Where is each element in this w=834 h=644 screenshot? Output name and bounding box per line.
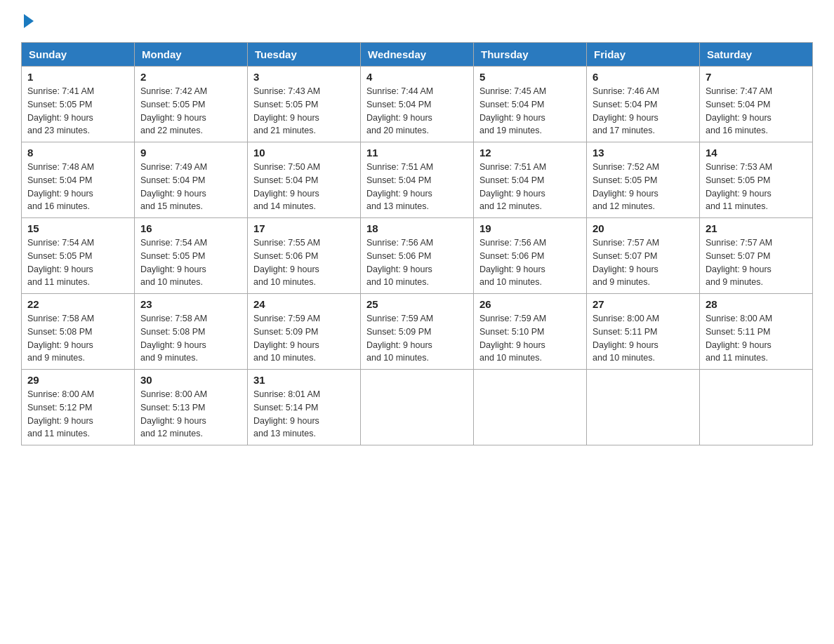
day-number: 3 bbox=[253, 71, 355, 83]
calendar-cell: 8 Sunrise: 7:48 AM Sunset: 5:04 PM Dayli… bbox=[22, 142, 135, 218]
day-info: Sunrise: 8:00 AM Sunset: 5:13 PM Dayligh… bbox=[140, 388, 241, 441]
day-of-week-header: Thursday bbox=[474, 43, 587, 67]
calendar-header-row: SundayMondayTuesdayWednesdayThursdayFrid… bbox=[22, 43, 813, 67]
day-info: Sunrise: 7:42 AM Sunset: 5:05 PM Dayligh… bbox=[140, 85, 241, 137]
calendar-cell bbox=[361, 370, 474, 445]
calendar-cell: 14 Sunrise: 7:53 AM Sunset: 5:05 PM Dayl… bbox=[700, 142, 813, 218]
calendar-cell: 15 Sunrise: 7:54 AM Sunset: 5:05 PM Dayl… bbox=[22, 218, 135, 294]
day-of-week-header: Sunday bbox=[22, 43, 135, 67]
day-info: Sunrise: 8:01 AM Sunset: 5:14 PM Dayligh… bbox=[253, 388, 355, 441]
calendar-cell: 7 Sunrise: 7:47 AM Sunset: 5:04 PM Dayli… bbox=[700, 67, 813, 142]
calendar-cell: 13 Sunrise: 7:52 AM Sunset: 5:05 PM Dayl… bbox=[587, 142, 700, 218]
calendar-week-row: 8 Sunrise: 7:48 AM Sunset: 5:04 PM Dayli… bbox=[22, 142, 813, 218]
day-number: 5 bbox=[479, 71, 581, 83]
day-of-week-header: Saturday bbox=[700, 43, 813, 67]
day-info: Sunrise: 7:56 AM Sunset: 5:06 PM Dayligh… bbox=[479, 236, 581, 289]
day-number: 14 bbox=[706, 147, 807, 159]
day-info: Sunrise: 7:47 AM Sunset: 5:04 PM Dayligh… bbox=[706, 85, 807, 137]
day-number: 7 bbox=[706, 71, 807, 83]
day-info: Sunrise: 7:50 AM Sunset: 5:04 PM Dayligh… bbox=[253, 161, 355, 213]
day-of-week-header: Tuesday bbox=[248, 43, 361, 67]
calendar-week-row: 29 Sunrise: 8:00 AM Sunset: 5:12 PM Dayl… bbox=[22, 370, 813, 445]
day-info: Sunrise: 7:56 AM Sunset: 5:06 PM Dayligh… bbox=[366, 236, 468, 289]
day-info: Sunrise: 7:51 AM Sunset: 5:04 PM Dayligh… bbox=[366, 161, 468, 213]
day-number: 12 bbox=[479, 147, 581, 159]
calendar-cell: 5 Sunrise: 7:45 AM Sunset: 5:04 PM Dayli… bbox=[474, 67, 587, 142]
day-info: Sunrise: 7:54 AM Sunset: 5:05 PM Dayligh… bbox=[27, 236, 128, 289]
day-info: Sunrise: 7:55 AM Sunset: 5:06 PM Dayligh… bbox=[253, 236, 355, 289]
day-number: 27 bbox=[593, 298, 694, 310]
calendar-cell bbox=[700, 370, 813, 445]
day-number: 8 bbox=[27, 147, 128, 159]
day-info: Sunrise: 8:00 AM Sunset: 5:11 PM Dayligh… bbox=[593, 312, 694, 365]
calendar-cell: 25 Sunrise: 7:59 AM Sunset: 5:09 PM Dayl… bbox=[361, 294, 474, 370]
day-info: Sunrise: 7:57 AM Sunset: 5:07 PM Dayligh… bbox=[593, 236, 694, 289]
day-number: 22 bbox=[27, 298, 128, 310]
day-number: 10 bbox=[253, 147, 355, 159]
day-of-week-header: Wednesday bbox=[361, 43, 474, 67]
calendar-table: SundayMondayTuesdayWednesdayThursdayFrid… bbox=[21, 42, 813, 445]
calendar-cell: 31 Sunrise: 8:01 AM Sunset: 5:14 PM Dayl… bbox=[248, 370, 361, 445]
day-info: Sunrise: 7:52 AM Sunset: 5:05 PM Dayligh… bbox=[593, 161, 694, 213]
day-info: Sunrise: 7:59 AM Sunset: 5:10 PM Dayligh… bbox=[479, 312, 581, 365]
day-info: Sunrise: 7:44 AM Sunset: 5:04 PM Dayligh… bbox=[366, 85, 468, 137]
calendar-cell: 4 Sunrise: 7:44 AM Sunset: 5:04 PM Dayli… bbox=[361, 67, 474, 142]
calendar-cell: 23 Sunrise: 7:58 AM Sunset: 5:08 PM Dayl… bbox=[135, 294, 248, 370]
logo-arrow-icon bbox=[24, 14, 34, 28]
calendar-cell: 27 Sunrise: 8:00 AM Sunset: 5:11 PM Dayl… bbox=[587, 294, 700, 370]
calendar-cell: 1 Sunrise: 7:41 AM Sunset: 5:05 PM Dayli… bbox=[22, 67, 135, 142]
day-number: 6 bbox=[593, 71, 694, 83]
day-number: 21 bbox=[706, 222, 807, 234]
day-number: 23 bbox=[140, 298, 241, 310]
day-info: Sunrise: 8:00 AM Sunset: 5:11 PM Dayligh… bbox=[706, 312, 807, 365]
day-info: Sunrise: 8:00 AM Sunset: 5:12 PM Dayligh… bbox=[27, 388, 128, 441]
calendar-cell: 9 Sunrise: 7:49 AM Sunset: 5:04 PM Dayli… bbox=[135, 142, 248, 218]
day-info: Sunrise: 7:58 AM Sunset: 5:08 PM Dayligh… bbox=[140, 312, 241, 365]
calendar-cell: 26 Sunrise: 7:59 AM Sunset: 5:10 PM Dayl… bbox=[474, 294, 587, 370]
calendar-week-row: 15 Sunrise: 7:54 AM Sunset: 5:05 PM Dayl… bbox=[22, 218, 813, 294]
calendar-week-row: 1 Sunrise: 7:41 AM Sunset: 5:05 PM Dayli… bbox=[22, 67, 813, 142]
day-info: Sunrise: 7:46 AM Sunset: 5:04 PM Dayligh… bbox=[593, 85, 694, 137]
calendar-cell: 24 Sunrise: 7:59 AM Sunset: 5:09 PM Dayl… bbox=[248, 294, 361, 370]
calendar-cell: 12 Sunrise: 7:51 AM Sunset: 5:04 PM Dayl… bbox=[474, 142, 587, 218]
day-number: 26 bbox=[479, 298, 581, 310]
calendar-cell: 17 Sunrise: 7:55 AM Sunset: 5:06 PM Dayl… bbox=[248, 218, 361, 294]
day-info: Sunrise: 7:58 AM Sunset: 5:08 PM Dayligh… bbox=[27, 312, 128, 365]
calendar-week-row: 22 Sunrise: 7:58 AM Sunset: 5:08 PM Dayl… bbox=[22, 294, 813, 370]
calendar-cell bbox=[474, 370, 587, 445]
calendar-cell: 19 Sunrise: 7:56 AM Sunset: 5:06 PM Dayl… bbox=[474, 218, 587, 294]
day-info: Sunrise: 7:43 AM Sunset: 5:05 PM Dayligh… bbox=[253, 85, 355, 137]
calendar-cell: 6 Sunrise: 7:46 AM Sunset: 5:04 PM Dayli… bbox=[587, 67, 700, 142]
day-number: 19 bbox=[479, 222, 581, 234]
calendar-cell: 16 Sunrise: 7:54 AM Sunset: 5:05 PM Dayl… bbox=[135, 218, 248, 294]
day-number: 29 bbox=[27, 374, 128, 386]
day-info: Sunrise: 7:45 AM Sunset: 5:04 PM Dayligh… bbox=[479, 85, 581, 137]
day-number: 9 bbox=[140, 147, 241, 159]
day-number: 20 bbox=[593, 222, 694, 234]
day-number: 1 bbox=[27, 71, 128, 83]
calendar-cell: 21 Sunrise: 7:57 AM Sunset: 5:07 PM Dayl… bbox=[700, 218, 813, 294]
calendar-cell bbox=[587, 370, 700, 445]
day-info: Sunrise: 7:59 AM Sunset: 5:09 PM Dayligh… bbox=[253, 312, 355, 365]
day-number: 17 bbox=[253, 222, 355, 234]
calendar-cell: 22 Sunrise: 7:58 AM Sunset: 5:08 PM Dayl… bbox=[22, 294, 135, 370]
day-info: Sunrise: 7:59 AM Sunset: 5:09 PM Dayligh… bbox=[366, 312, 468, 365]
calendar-cell: 3 Sunrise: 7:43 AM Sunset: 5:05 PM Dayli… bbox=[248, 67, 361, 142]
day-info: Sunrise: 7:53 AM Sunset: 5:05 PM Dayligh… bbox=[706, 161, 807, 213]
day-number: 25 bbox=[366, 298, 468, 310]
day-info: Sunrise: 7:48 AM Sunset: 5:04 PM Dayligh… bbox=[27, 161, 128, 213]
day-info: Sunrise: 7:49 AM Sunset: 5:04 PM Dayligh… bbox=[140, 161, 241, 213]
calendar-cell: 28 Sunrise: 8:00 AM Sunset: 5:11 PM Dayl… bbox=[700, 294, 813, 370]
calendar-cell: 29 Sunrise: 8:00 AM Sunset: 5:12 PM Dayl… bbox=[22, 370, 135, 445]
calendar-cell: 10 Sunrise: 7:50 AM Sunset: 5:04 PM Dayl… bbox=[248, 142, 361, 218]
day-number: 30 bbox=[140, 374, 241, 386]
calendar-cell: 18 Sunrise: 7:56 AM Sunset: 5:06 PM Dayl… bbox=[361, 218, 474, 294]
day-number: 18 bbox=[366, 222, 468, 234]
logo bbox=[21, 14, 35, 28]
day-number: 11 bbox=[366, 147, 468, 159]
day-number: 15 bbox=[27, 222, 128, 234]
day-number: 13 bbox=[593, 147, 694, 159]
calendar-cell: 11 Sunrise: 7:51 AM Sunset: 5:04 PM Dayl… bbox=[361, 142, 474, 218]
day-number: 24 bbox=[253, 298, 355, 310]
calendar-cell: 2 Sunrise: 7:42 AM Sunset: 5:05 PM Dayli… bbox=[135, 67, 248, 142]
